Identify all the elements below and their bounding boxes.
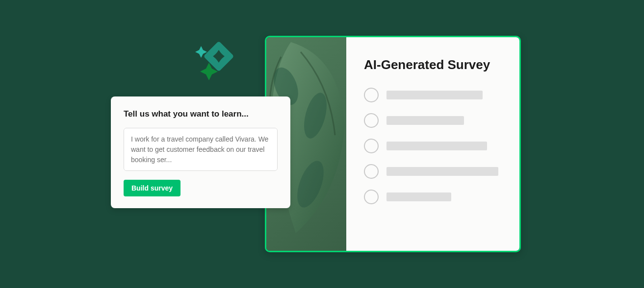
radio-icon[interactable] [364, 113, 379, 128]
option-placeholder [386, 116, 464, 125]
survey-option-row [364, 139, 504, 153]
option-placeholder [386, 142, 487, 150]
radio-icon[interactable] [364, 88, 379, 102]
radio-icon[interactable] [364, 139, 379, 153]
build-survey-button[interactable]: Build survey [124, 180, 180, 196]
radio-icon[interactable] [364, 164, 379, 179]
survey-title: AI-Generated Survey [364, 57, 504, 73]
survey-option-row [364, 88, 504, 102]
survey-option-row [364, 190, 504, 204]
option-placeholder [386, 167, 498, 176]
prompt-card: Tell us what you want to learn... Build … [111, 96, 290, 208]
survey-option-row [364, 113, 504, 128]
option-placeholder [386, 192, 451, 201]
sparkle-icon [194, 40, 238, 84]
survey-content-panel: AI-Generated Survey [346, 37, 519, 251]
prompt-heading: Tell us what you want to learn... [124, 109, 278, 119]
survey-option-row [364, 164, 504, 179]
option-placeholder [386, 91, 483, 99]
radio-icon[interactable] [364, 190, 379, 204]
survey-preview-card: AI-Generated Survey [265, 36, 521, 252]
prompt-textarea[interactable] [124, 128, 278, 171]
